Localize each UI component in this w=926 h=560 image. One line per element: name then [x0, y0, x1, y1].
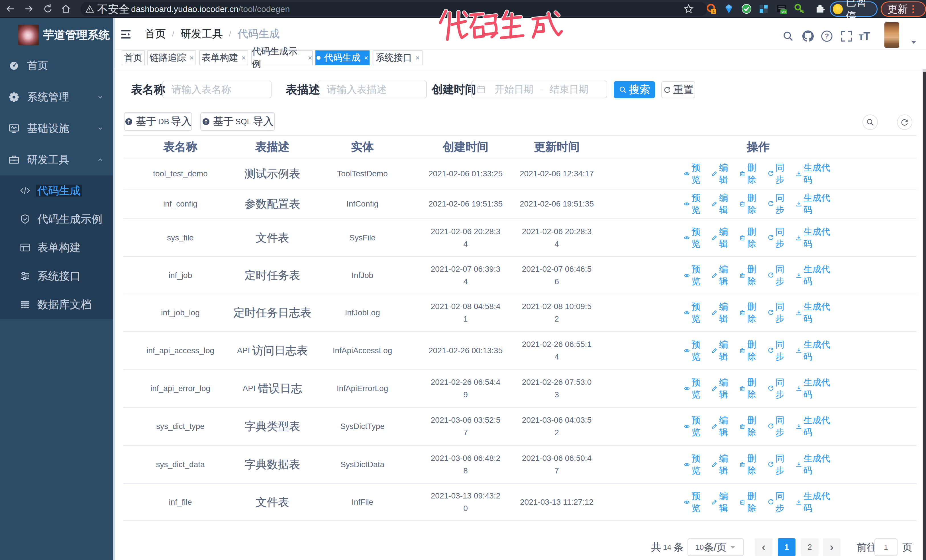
svg-text:on: on — [782, 10, 786, 14]
svg-text:1: 1 — [713, 9, 715, 14]
svg-text:?: ? — [825, 32, 829, 40]
